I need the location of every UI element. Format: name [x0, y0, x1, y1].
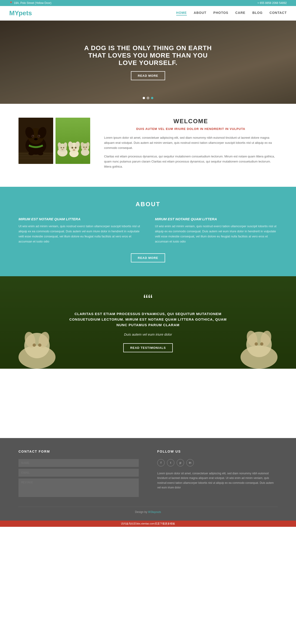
about-col-2: MIRUM EST NOTARE QUAM LITTERA Ut wisi en… [155, 217, 278, 244]
about-section: ABOUT MIRUM EST NOTARE QUAM LITTERA Ut w… [0, 187, 296, 276]
logo[interactable]: MYpets [9, 10, 32, 17]
contact-form-title: CONTACT FORM [18, 450, 139, 453]
hero-quote: A DOG IS THE ONLY THING ON EARTH THAT LO… [78, 44, 218, 66]
footer-follow-col: FOLLOW US f t p in Lorem ipsum dolor sit… [157, 450, 278, 500]
hero-read-more-button[interactable]: READ MORE [131, 71, 165, 80]
gallery-section [0, 369, 296, 438]
dot-1[interactable] [143, 97, 145, 99]
hero-content: A DOG IS THE ONLY THING ON EARTH THAT LO… [74, 40, 222, 85]
svg-point-41 [84, 148, 86, 150]
follow-text: Lorem ipsum dolor sit amet, consectetuer… [157, 471, 278, 490]
svg-point-49 [38, 344, 42, 347]
svg-point-48 [32, 344, 36, 347]
about-col-1: MIRUM EST NOTARE QUAM LITTERA Ut wisi en… [18, 217, 141, 244]
testimonial-section: ““ CLARITAS EST ETIAM PROCESSUS DYNAMICU… [0, 276, 296, 369]
follow-us-title: FOLLOW US [157, 450, 278, 453]
testimonial-quote: CLARITAS EST ETIAM PROCESSUS DYNAMICUS, … [67, 311, 229, 328]
welcome-subtitle: DUIS AUTEM VEL EUM IRIURE DOLOR IN HENDR… [104, 127, 278, 130]
testimonial-author: Duis autem vel eum iriure dolor [124, 332, 172, 336]
social-pinterest-icon[interactable]: p [177, 459, 184, 466]
contact-name-input[interactable] [18, 459, 139, 467]
svg-point-17 [34, 138, 38, 140]
welcome-section: WELCOME DUIS AUTEM VEL EUM IRIURE DOLOR … [0, 104, 296, 187]
contact-message-input[interactable] [18, 478, 139, 497]
svg-point-55 [260, 342, 264, 346]
welcome-title: WELCOME [104, 118, 278, 125]
about-col1-title: MIRUM EST NOTARE QUAM LITTERA [18, 217, 141, 221]
about-col1-text: Ut wisi enim ad minim veniam, quis nostr… [18, 224, 141, 244]
svg-point-18 [28, 152, 34, 155]
logo-my: MY [9, 10, 18, 17]
about-title: ABOUT [18, 201, 278, 208]
social-linkedin-icon[interactable]: in [186, 459, 194, 466]
svg-point-19 [38, 152, 43, 155]
hero-dots [143, 97, 153, 99]
nav-blog[interactable]: BLOG [252, 11, 262, 16]
about-read-more-button[interactable]: READ MORE [131, 253, 165, 262]
contact-email-input[interactable] [18, 469, 139, 477]
design-by-text: Design by [135, 510, 147, 514]
nav-about[interactable]: ABOUT [194, 11, 206, 16]
svg-point-16 [38, 136, 40, 136]
location-icon: 📍 [9, 2, 13, 4]
top-bar: 📍 18A, Polo Street (Yellow Door) + 655 8… [0, 0, 296, 6]
main-nav: HOME ABOUT PHOTOS CARE BLOG CONTACT [176, 11, 287, 16]
social-twitter-icon[interactable]: t [167, 459, 174, 466]
header: MYpets HOME ABOUT PHOTOS CARE BLOG CONTA… [0, 6, 296, 20]
about-col2-text: Ut wisi enim ad minim veniam, quis nostr… [155, 224, 278, 244]
social-icons: f t p in [157, 459, 278, 466]
logo-pets: pets [18, 10, 32, 17]
address: 📍 18A, Polo Street (Yellow Door) [9, 2, 51, 4]
about-columns: MIRUM EST NOTARE QUAM LITTERA Ut wisi en… [18, 217, 278, 244]
footer-bottom: Design by W3layouts [18, 507, 278, 514]
nav-home[interactable]: HOME [176, 11, 187, 16]
svg-point-15 [32, 136, 34, 136]
svg-point-26 [63, 147, 64, 148]
welcome-para2: Claritas est etiam processus dynamicus, … [104, 154, 278, 169]
testimonial-content: ““ CLARITAS EST ETIAM PROCESSUS DYNAMICU… [67, 293, 229, 352]
nav-contact[interactable]: CONTACT [270, 11, 287, 16]
nav-care[interactable]: CARE [235, 11, 245, 16]
dot-2[interactable] [147, 97, 149, 99]
dog-dark-image [18, 118, 53, 164]
watermark: 访问血鸟社区bbs.xienlao.com买卖下载更多模板 [0, 520, 296, 527]
social-facebook-icon[interactable]: f [157, 459, 165, 466]
svg-point-39 [83, 146, 85, 148]
footer: CONTACT FORM FOLLOW US f t p in Lorem ip… [0, 438, 296, 520]
nav-photos[interactable]: PHOTOS [214, 11, 228, 16]
svg-point-25 [60, 147, 62, 148]
footer-columns: CONTACT FORM FOLLOW US f t p in Lorem ip… [18, 450, 278, 500]
svg-point-34 [72, 149, 76, 151]
svg-point-54 [254, 342, 258, 346]
design-link[interactable]: W3layouts [148, 510, 161, 514]
svg-point-32 [72, 147, 73, 149]
svg-point-40 [86, 146, 87, 148]
footer-contact-col: CONTACT FORM [18, 450, 139, 500]
about-col2-title: MIRUM EST NOTARE QUAM LITTERA [155, 217, 278, 221]
svg-point-33 [75, 147, 76, 149]
quote-icon: ““ [144, 293, 152, 306]
read-testimonials-button[interactable]: READ TESTIMONIALS [123, 343, 173, 352]
welcome-text: WELCOME DUIS AUTEM VEL EUM IRIURE DOLOR … [104, 118, 278, 173]
svg-point-27 [61, 149, 64, 150]
dot-3[interactable] [151, 97, 153, 99]
dog-white-image [56, 118, 90, 164]
welcome-para1: Lorem ipsum dolor sit amet, consectetuer… [104, 135, 278, 150]
phone: + 655 8858 2068 54892 [258, 2, 287, 4]
hero-section: A DOG IS THE ONLY THING ON EARTH THAT LO… [0, 20, 296, 104]
welcome-images [18, 118, 92, 164]
